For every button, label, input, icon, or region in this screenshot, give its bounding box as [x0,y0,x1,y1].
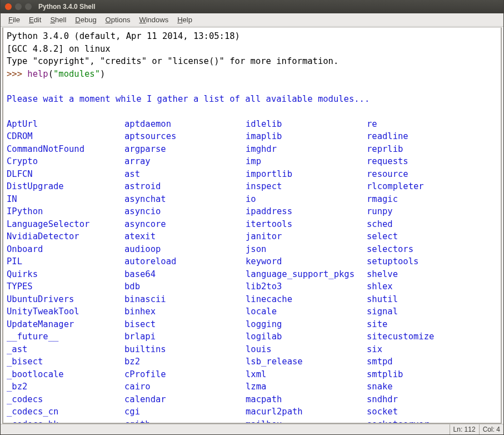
module-item: ast [124,168,246,181]
module-item: TYPES [7,280,124,293]
module-item: sched [367,218,497,231]
module-item: readline [367,130,497,143]
module-item: CDROM [7,130,124,143]
module-item: smtplib [367,368,497,381]
module-item: audioop [124,243,246,256]
module-item: setuptools [367,255,497,268]
module-item: calendar [124,393,246,406]
module-item: shlex [367,280,497,293]
module-item: Quirks [7,268,124,281]
module-item: signal [367,305,497,318]
module-item: logilab [246,330,367,343]
module-item: asyncore [124,218,246,231]
module-item: sitecustomize [367,330,497,343]
maximize-icon[interactable] [25,3,32,10]
module-item: cgi [124,406,246,418]
module-item: array [124,155,246,168]
module-item: binhex [124,305,246,318]
module-item: cairo [124,380,246,393]
func-call: help [27,69,48,79]
module-item: selectors [367,243,497,256]
menu-edit[interactable]: Edit [24,14,46,26]
module-item: imaplib [246,130,367,143]
window: Python 3.4.0 Shell FileEditShellDebugOpt… [0,0,504,435]
module-item: DistUpgrade [7,180,124,193]
module-item: shelve [367,268,497,281]
module-item: argparse [124,143,246,156]
module-item: imp [246,155,367,168]
module-item: lxml [246,368,367,381]
terminal-output[interactable]: Python 3.4.0 (default, Apr 11 2014, 13:0… [3,28,501,423]
module-item: astroid [124,180,246,193]
menu-debug[interactable]: Debug [71,14,101,26]
module-item: socket [367,406,497,418]
prompt: >>> [7,69,27,79]
module-item: autoreload [124,255,246,268]
menu-options[interactable]: Options [101,14,135,26]
titlebar: Python 3.4.0 Shell [1,0,503,13]
menu-shell[interactable]: Shell [46,14,71,26]
module-item: macpath [246,393,367,406]
paren: ) [100,69,105,79]
module-item: io [246,193,367,206]
module-item: runpy [367,205,497,218]
module-item: binascii [124,293,246,306]
module-item: Crypto [7,155,124,168]
module-item: Onboard [7,243,124,256]
close-icon[interactable] [5,3,12,10]
module-item: site [367,318,497,331]
module-item: base64 [124,268,246,281]
module-item: bdb [124,280,246,293]
module-list: AptUrlaptdaemonidlelibreCDROMaptsourcesi… [7,118,497,423]
module-item: itertools [246,218,367,231]
menu-file[interactable]: File [4,14,24,26]
module-item: DLFCN [7,168,124,181]
module-item: ipaddress [246,205,367,218]
module-item: keyword [246,255,367,268]
module-item: UbuntuDrivers [7,293,124,306]
module-item: _bisect [7,355,124,368]
module-item: LanguageSelector [7,218,124,231]
status-line: Ln: 112 [450,424,479,434]
module-item: socketserver [367,418,497,423]
module-item: six [367,343,497,356]
module-item: imghdr [246,143,367,156]
module-item: macurl2path [246,406,367,418]
module-item: cProfile [124,368,246,381]
module-item: brlapi [124,330,246,343]
statusbar: Ln: 112 Col: 4 [1,424,503,434]
module-item: select [367,230,497,243]
module-item: AptUrl [7,118,124,131]
banner-line: Python 3.4.0 (default, Apr 11 2014, 13:0… [7,31,245,41]
module-item: mailbox [246,418,367,423]
banner-line: Type "copyright", "credits" or "license(… [7,56,338,66]
module-item: cgitb [124,418,246,423]
module-item: language_support_pkgs [246,268,367,281]
module-item: builtins [124,343,246,356]
module-item: importlib [246,168,367,181]
module-item: sndhdr [367,393,497,406]
module-item: requests [367,155,497,168]
module-item: rmagic [367,193,497,206]
minimize-icon[interactable] [15,3,22,10]
module-item: locale [246,305,367,318]
module-item: __future__ [7,330,124,343]
module-item: rlcompleter [367,180,497,193]
string-arg: "modules" [53,69,100,79]
paren: ( [48,69,53,79]
module-item: bisect [124,318,246,331]
editor-area[interactable]: Python 3.4.0 (default, Apr 11 2014, 13:0… [2,27,502,424]
status-col: Col: 4 [479,424,503,434]
module-item: linecache [246,293,367,306]
module-item: lzma [246,380,367,393]
module-item: logging [246,318,367,331]
module-item: asynchat [124,193,246,206]
menu-help[interactable]: Help [173,14,197,26]
module-item: _codecs [7,393,124,406]
module-item: lib2to3 [246,280,367,293]
menu-windows[interactable]: Windows [134,14,173,26]
module-item: resource [367,168,497,181]
module-item: PIL [7,255,124,268]
module-item: CommandNotFound [7,143,124,156]
module-item: janitor [246,230,367,243]
